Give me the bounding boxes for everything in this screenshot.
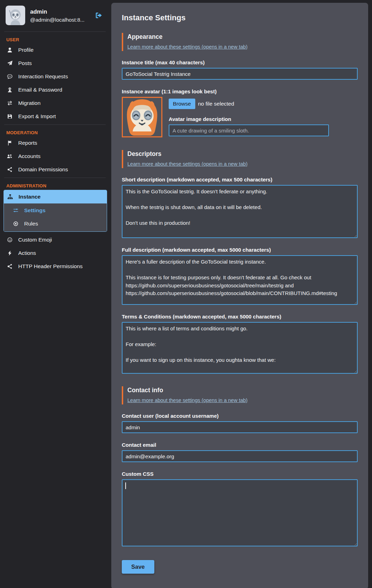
bolt-icon [6,250,13,256]
page-title: Instance Settings [122,13,358,22]
sidebar-item-label: Actions [18,250,36,256]
field-label: Short description (markdown accepted, ma… [122,177,358,182]
share-nodes-icon [6,264,13,270]
contact-email-input[interactable] [122,450,358,462]
field-contact-email: Contact email [122,442,358,462]
circle-dot-icon [12,221,19,227]
sidebar-item-http-header-permissions[interactable]: HTTP Header Permissions [3,260,108,273]
section-descriptors: Descriptors Learn more about these setti… [122,150,358,168]
field-contact-user: Contact user (local account username) [122,413,358,433]
user-name: admin [30,8,85,15]
comment-dots-icon [6,74,13,80]
sidebar-item-label: Rules [24,221,38,227]
field-label: Custom CSS [122,471,358,477]
floppy-disk-icon [6,114,13,120]
sidebar-item-export-import[interactable]: Export & Import [3,110,108,123]
browse-button[interactable]: Browse [169,99,195,109]
sidebar-section-moderation: MODERATION [6,130,108,135]
section-appearance: Appearance Learn more about these settin… [122,33,358,51]
sidebar-item-email-password[interactable]: Email & Password [3,83,108,96]
field-terms: Terms & Conditions (markdown accepted, m… [122,314,358,374]
text-cursor [125,482,126,489]
sidebar-item-actions[interactable]: Actions [3,246,108,260]
field-label: Instance title (max 40 characters) [122,59,358,65]
user-secret-icon [6,87,13,93]
sitemap-icon [7,194,13,200]
avatar-description-input[interactable] [169,124,329,136]
terms-textarea[interactable] [122,322,358,374]
sidebar-item-profile[interactable]: Profile [3,43,108,57]
sidebar-item-label: Profile [18,47,34,53]
section-contact-info: Contact info Learn more about these sett… [122,386,358,404]
sidebar-item-interaction-requests[interactable]: Interaction Requests [3,70,108,83]
sidebar-item-label: Export & Import [18,113,56,120]
section-title: Descriptors [127,150,358,158]
sidebar-item-posts[interactable]: Posts [3,57,108,70]
sidebar-item-reports[interactable]: Reports [3,136,108,150]
learn-more-link[interactable]: Learn more about these settings (opens i… [127,44,247,50]
logout-icon[interactable] [94,12,103,19]
field-label: Terms & Conditions (markdown accepted, m… [122,314,358,320]
field-instance-avatar: Instance avatar (1:1 images look best) [122,88,358,137]
instance-submenu: Settings Rules [4,203,107,231]
users-icon [6,153,13,159]
learn-more-link[interactable]: Learn more about these settings (opens i… [127,397,247,403]
instance-title-input[interactable] [122,68,358,80]
sidebar-item-label: Settings [24,207,45,214]
sidebar-item-settings[interactable]: Settings [4,204,107,217]
field-label: Instance avatar (1:1 images look best) [122,88,358,94]
instance-avatar-preview [122,97,162,137]
file-status-text: no file selected [198,101,234,107]
save-button[interactable]: Save [122,560,154,574]
contact-user-input[interactable] [122,421,358,433]
sidebar-item-label: Posts [18,60,32,66]
instance-settings-panel: Instance Settings Appearance Learn more … [111,3,368,588]
short-description-textarea[interactable] [122,185,358,238]
sidebar: admin @admin@localhost:8... USER Profile… [0,0,109,273]
full-description-textarea[interactable] [122,255,358,305]
section-title: Appearance [127,33,358,41]
sidebar-item-instance[interactable]: Instance [4,190,107,203]
user-handle: @admin@localhost:8... [30,17,85,23]
field-label: Contact email [122,442,358,448]
sidebar-item-label: Email & Password [18,87,62,93]
field-label: Full description (markdown accepted, max… [122,247,358,253]
field-instance-title: Instance title (max 40 characters) [122,59,358,80]
sidebar-item-label: Domain Permissions [18,166,68,173]
sidebar-item-label: Accounts [18,153,41,159]
sidebar-item-label: Custom Emoji [18,237,52,243]
field-full-description: Full description (markdown accepted, max… [122,247,358,305]
sidebar-item-label: Reports [18,140,37,146]
sidebar-item-label: Migration [18,100,41,106]
instance-nav-group: Instance Settings Rules [3,190,107,232]
exchange-arrows-icon [6,100,13,106]
divider [4,178,106,178]
flag-icon [6,140,13,146]
sidebar-item-custom-emoji[interactable]: Custom Emoji [3,233,108,246]
sidebar-item-rules[interactable]: Rules [4,217,107,230]
sliders-icon [12,208,19,214]
field-short-description: Short description (markdown accepted, ma… [122,177,358,238]
sidebar-item-accounts[interactable]: Accounts [3,150,108,163]
sidebar-item-label: HTTP Header Permissions [18,263,83,270]
divider [4,124,106,125]
share-nodes-icon [6,167,13,173]
user-icon [6,47,13,53]
section-title: Contact info [127,387,358,394]
field-label: Avatar image description [169,116,358,122]
learn-more-link[interactable]: Learn more about these settings (opens i… [127,161,247,167]
smiley-icon [6,237,13,243]
sidebar-item-migration[interactable]: Migration [3,96,108,110]
field-avatar-description: Avatar image description [169,116,358,136]
user-card: admin @admin@localhost:8... [3,3,108,30]
sidebar-item-domain-permissions[interactable]: Domain Permissions [3,163,108,176]
field-label: Contact user (local account username) [122,413,358,419]
field-custom-css: Custom CSS [122,471,358,546]
sidebar-section-user: USER [6,37,108,42]
custom-css-textarea[interactable] [122,479,358,546]
sidebar-item-label: Interaction Requests [18,73,68,80]
paper-plane-icon [6,60,13,66]
sidebar-section-administration: ADMINISTRATION [6,183,108,188]
user-avatar [6,6,25,25]
sidebar-item-label: Instance [19,194,41,200]
